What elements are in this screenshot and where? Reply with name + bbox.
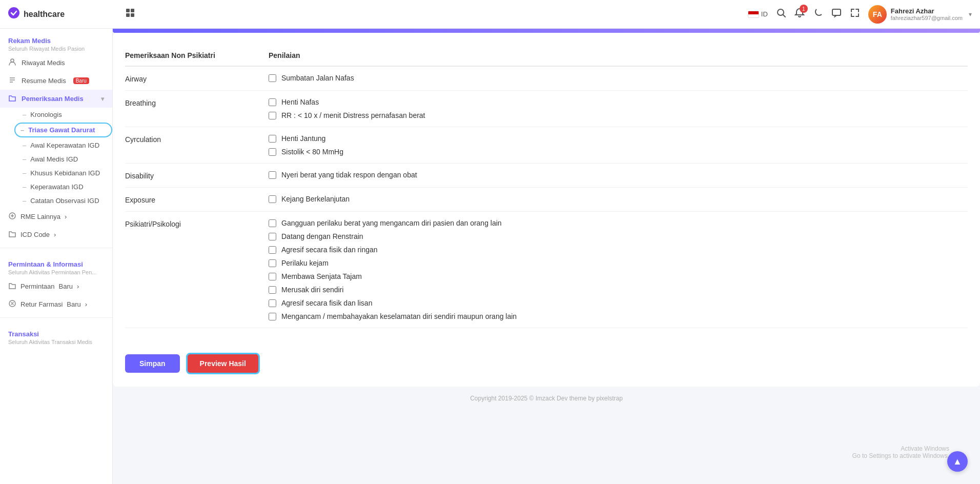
logo-text: healthcare [24,10,65,19]
notification-badge: 1 [800,5,808,13]
preview-hasil-button[interactable]: Preview Hasil [186,353,260,374]
checkbox-merusak-diri[interactable] [269,286,276,294]
sidebar-item-pemeriksaan-medis[interactable]: Pemeriksaan Medis ▾ [0,90,112,108]
checkbox-datang-renstrain[interactable] [269,233,276,240]
content-area: Pemeriksaan Non Psikiatri Penilaian Airw… [113,29,980,484]
language-selector[interactable]: ID [748,10,768,18]
footer: Copyright 2019-2025 © Imzack Dev theme b… [113,387,980,410]
avatar: FA [868,5,887,24]
logo-area: healthcare [8,7,121,21]
check-perilaku-kejam[interactable]: Perilaku kejam [269,259,968,267]
sidebar-divider-2 [0,317,112,318]
sidebar-item-triase-gawat-darurat[interactable]: – Triase Gawat Darurat [14,123,112,137]
dark-mode-icon[interactable] [813,8,823,21]
check-henti-jantung[interactable]: Henti Jantung [269,134,968,143]
airway-label: Airway [125,74,269,83]
check-sumbatan-jalan-nafas[interactable]: Sumbatan Jalan Nafas [269,74,968,82]
grid-icon[interactable] [125,8,135,21]
checkbox-agresif-fisik-ringan[interactable] [269,246,276,254]
chevron-down-icon: ▾ [101,95,104,103]
sidebar-item-awal-medis-igd[interactable]: – Awal Medis IGD [14,152,112,166]
sidebar-item-permintaan[interactable]: Permintaan Baru › [0,277,112,295]
checkbox-rr-distress[interactable] [269,112,276,119]
fullscreen-icon[interactable] [850,8,860,21]
folder-icon [8,94,16,104]
rekam-medis-title: Rekam Medis [8,37,104,45]
sidebar-item-icd-code[interactable]: ICD Code › [0,226,112,244]
sidebar-item-rme-lainnya[interactable]: RME Lainnya › [0,208,112,226]
check-mengancam[interactable]: Mengancam / membahayakan keselamatan dir… [269,312,968,320]
riwayat-medis-label: Riwayat Medis [22,59,65,67]
pemeriksaan-sub-menu: – Kronologis – Triase Gawat Darurat – Aw… [0,108,112,208]
sidebar-item-khusus-kebidanan-igd[interactable]: – Khusus Kebidanan IGD [14,166,112,180]
notification-icon[interactable]: 1 [794,8,805,21]
check-sistolik[interactable]: Sistolik < 80 MmHg [269,148,968,156]
keperawatan-igd-label: Keperawatan IGD [30,183,83,191]
retur-farmasi-label: Retur Farmasi [21,300,63,308]
list-icon [8,76,16,86]
checkbox-nyeri-berat[interactable] [269,171,276,179]
svg-point-0 [8,7,19,18]
check-agresif-fisik-ringan[interactable]: Agresif secara fisik dan ringan [269,246,968,254]
sidebar-item-awal-keperawatan-igd[interactable]: – Awal Keperawatan IGD [14,138,112,152]
person-icon [8,58,16,68]
checkbox-perilaku-kejam[interactable] [269,259,276,267]
resume-medis-label: Resume Medis [22,77,66,85]
awal-keperawatan-igd-label: Awal Keperawatan IGD [30,142,99,149]
sidebar-item-resume-medis[interactable]: Resume Medis Baru [0,72,112,90]
checkbox-henti-nafas[interactable] [269,98,276,106]
check-nyeri-berat[interactable]: Nyeri berat yang tidak respon dengan oba… [269,171,968,179]
checkbox-sistolik[interactable] [269,148,276,156]
permintaan-section: Permintaan & Informasi Seluruh Aktivitas… [0,252,112,277]
check-senjata-tajam[interactable]: Membawa Senjata Tajam [269,272,968,280]
row-psikiatri: Psikiatri/Psikologi Gangguan perilaku be… [125,212,968,328]
check-datang-renstrain[interactable]: Datang dengan Renstrain [269,232,968,240]
check-rr-distress[interactable]: RR : < 10 x / menit Distress pernafasan … [269,111,968,119]
checkbox-senjata-tajam[interactable] [269,273,276,280]
sidebar-item-keperawatan-igd[interactable]: – Keperawatan IGD [14,180,112,194]
sidebar-item-kronologis[interactable]: – Kronologis [14,108,112,122]
checkbox-mengancam[interactable] [269,313,276,320]
scroll-top-button[interactable]: ▲ [947,451,968,472]
check-henti-nafas[interactable]: Henti Nafas [269,98,968,106]
permintaan-subtitle: Seluruh Aktivitas Permintaan Pen... [8,269,104,275]
catatan-observasi-igd-label: Catatan Observasi IGD [30,197,99,205]
simpan-button[interactable]: Simpan [125,354,180,373]
checkbox-agresif-fisik-lisan[interactable] [269,299,276,307]
check-label-merusak-diri: Merusak diri sendiri [281,286,343,294]
svg-point-5 [778,9,784,15]
svg-rect-7 [832,9,841,15]
check-label-datang-renstrain: Datang dengan Renstrain [281,232,363,240]
check-label-sumbatan-jalan-nafas: Sumbatan Jalan Nafas [281,74,354,82]
checkbox-sumbatan-jalan-nafas[interactable] [269,74,276,82]
sidebar-item-riwayat-medis[interactable]: Riwayat Medis [0,54,112,72]
checkbox-henti-jantung[interactable] [269,135,276,143]
user-dropdown-icon: ▾ [969,11,972,18]
permintaan-title: Permintaan & Informasi [8,260,104,268]
chat-icon[interactable] [831,8,842,21]
transaksi-title: Transaksi [8,330,104,338]
sidebar: Rekam Medis Seluruh Riwayat Medis Pasion… [0,29,113,484]
sidebar-item-retur-farmasi[interactable]: Retur Farmasi Baru › [0,295,112,313]
checkbox-kejang[interactable] [269,195,276,203]
user-menu[interactable]: FA Fahrezi Azhar fahreziazhar597@gmail.c… [868,5,972,24]
check-gangguan-perilaku[interactable]: Gangguan perilaku berat yang mengancam d… [269,219,968,227]
sidebar-item-catatan-observasi-igd[interactable]: – Catatan Observasi IGD [14,194,112,208]
search-icon[interactable] [776,8,786,21]
psikiatri-checks: Gangguan perilaku berat yang mengancam d… [269,219,968,320]
button-row: Simpan Preview Hasil [125,345,968,374]
triase-label: Triase Gawat Darurat [28,126,95,134]
checkbox-gangguan-perilaku[interactable] [269,219,276,227]
svg-rect-3 [126,13,130,17]
breathing-label: Breathing [125,98,269,107]
rekam-medis-subtitle: Seluruh Riwayat Medis Pasion [8,46,104,52]
khusus-kebidanan-igd-label: Khusus Kebidanan IGD [30,169,100,177]
disability-checks: Nyeri berat yang tidak respon dengan oba… [269,171,968,179]
check-label-gangguan-perilaku: Gangguan perilaku berat yang mengancam d… [281,219,502,227]
check-kejang[interactable]: Kejang Berkelanjutan [269,195,968,203]
check-agresif-fisik-lisan[interactable]: Agresif secara fisik dan lisan [269,299,968,307]
chevron-right-icon: › [65,213,67,220]
check-merusak-diri[interactable]: Merusak diri sendiri [269,286,968,294]
row-exposure: Exposure Kejang Berkelanjutan [125,188,968,212]
cyrculation-label: Cyrculation [125,134,269,144]
